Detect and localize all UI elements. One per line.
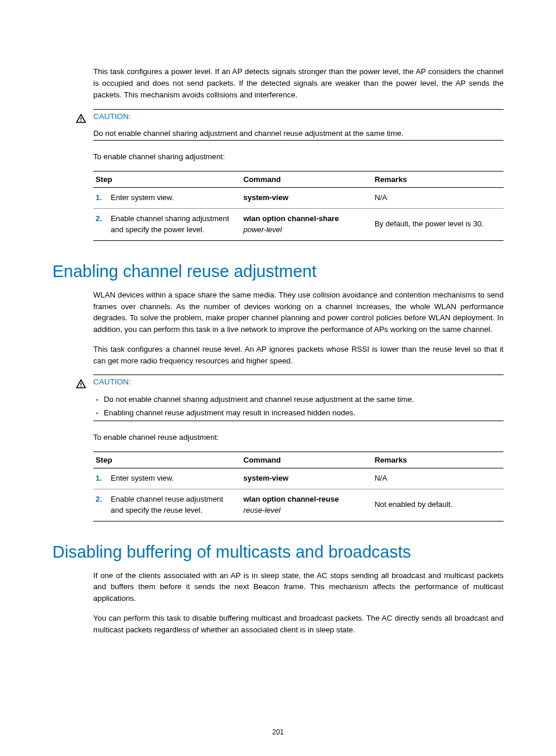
heading-disable-buffering: Disabling buffering of multicasts and br…: [52, 542, 504, 562]
procedure-table-1: Step Command Remarks 1.Enter system view…: [93, 171, 504, 241]
paragraph: This task configures a channel reuse lev…: [93, 344, 504, 367]
remarks-text: N/A: [372, 468, 504, 489]
step-desc: Enable channel reuse adjustment and spec…: [111, 494, 236, 516]
command-arg: reuse-level: [243, 506, 280, 514]
paragraph: You can perform this task to disable buf…: [93, 612, 504, 636]
caution-icon: [76, 112, 93, 125]
svg-point-1: [80, 120, 82, 121]
caution-list-item: Do not enable channel sharing adjustment…: [104, 393, 504, 406]
caution-block-2: CAUTION: Do not enable channel sharing a…: [76, 374, 504, 421]
step-desc: Enter system view.: [111, 192, 236, 204]
step-number: 1.: [96, 473, 111, 484]
table-row: 1.Enter system view. system-view N/A: [93, 188, 504, 209]
col-command: Command: [241, 172, 372, 188]
col-step: Step: [93, 452, 241, 468]
remarks-text: By default, the power level is 30.: [372, 209, 504, 241]
table-row: 2.Enable channel reuse adjustment and sp…: [93, 489, 504, 522]
command-text: wlan option channel-reuse: [243, 495, 339, 503]
procedure-table-2: Step Command Remarks 1.Enter system view…: [93, 452, 504, 522]
lead-in-1: To enable channel sharing adjustment:: [93, 151, 504, 163]
paragraph: If one of the clients associated with an…: [93, 570, 504, 604]
step-desc: Enable channel sharing adjustment and sp…: [111, 214, 236, 236]
step-number: 2.: [96, 494, 111, 505]
svg-point-3: [80, 386, 82, 387]
command-text: system-view: [243, 474, 288, 482]
table-row: 1.Enter system view. system-view N/A: [93, 468, 504, 489]
command-arg: power-level: [243, 225, 281, 234]
caution-label: CAUTION:: [93, 377, 131, 386]
command-text: wlan option channel-share: [243, 214, 339, 223]
paragraph: WLAN devices within a space share the sa…: [93, 289, 504, 335]
page-number: 201: [0, 728, 556, 736]
caution-block-1: CAUTION: Do not enable channel sharing a…: [76, 109, 504, 141]
col-remarks: Remarks: [372, 452, 504, 468]
col-command: Command: [241, 452, 372, 468]
intro-paragraph: This task configures a power level. If a…: [93, 66, 504, 100]
col-remarks: Remarks: [372, 172, 504, 188]
step-desc: Enter system view.: [111, 473, 236, 484]
caution-label: CAUTION:: [93, 112, 131, 121]
step-number: 1.: [96, 192, 111, 204]
caution-icon: [76, 377, 93, 391]
heading-channel-reuse: Enabling channel reuse adjustment: [52, 262, 504, 281]
caution-text: Do not enable channel sharing adjustment…: [93, 128, 504, 139]
remarks-text: N/A: [372, 188, 504, 209]
lead-in-2: To enable channel reuse adjustment:: [93, 432, 504, 443]
caution-list-item: Enabling channel reuse adjustment may re…: [104, 407, 504, 419]
col-step: Step: [93, 172, 241, 188]
command-text: system-view: [243, 193, 288, 202]
remarks-text: Not enabled by default.: [372, 489, 504, 522]
step-number: 2.: [96, 214, 111, 225]
table-row: 2.Enable channel sharing adjustment and …: [93, 209, 504, 241]
